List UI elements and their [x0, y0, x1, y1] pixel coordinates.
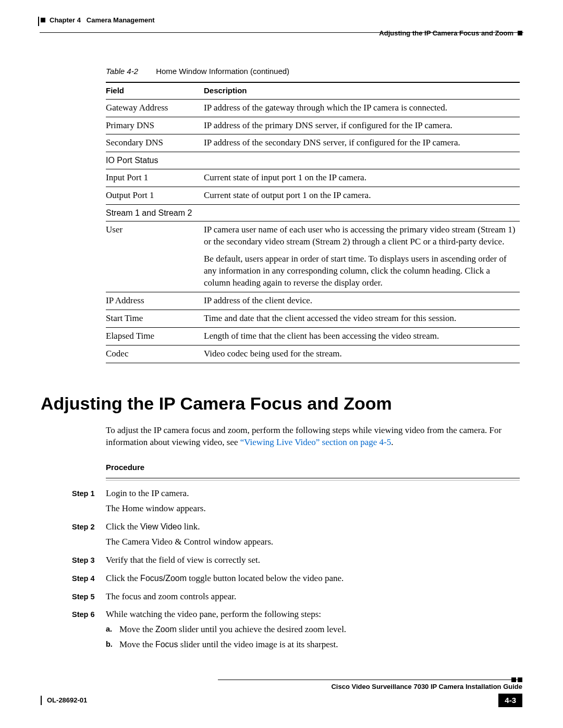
chapter-label: Chapter 4 [50, 16, 81, 25]
table-section-row: Stream 1 and Stream 2 [106, 204, 520, 221]
table-row: Gateway Address IP address of the gatewa… [106, 99, 520, 117]
chapter-title: Camera Management [87, 16, 155, 25]
table-row: Codec Video codec being used for the str… [106, 345, 520, 363]
square-icon [518, 31, 522, 35]
table-row: Elapsed Time Length of time that the cli… [106, 328, 520, 346]
table-caption: Table 4-2 Home Window Information (conti… [106, 66, 522, 77]
doc-id: OL-28692-01 [41, 696, 87, 705]
table-row: Start Time Time and date that the client… [106, 310, 520, 328]
substep-b: b. Move the Focus slider until the video… [106, 639, 520, 651]
substep-a: a. Move the Zoom slider until you achiev… [106, 624, 520, 636]
step-4: Step 4 Click the Focus/Zoom toggle butto… [72, 573, 520, 588]
step-5: Step 5 The focus and zoom controls appea… [72, 591, 520, 606]
ui-term-view-video: View Video [140, 522, 181, 531]
table-row: IP Address IP address of the client devi… [106, 292, 520, 310]
table-title: Home Window Information (continued) [156, 67, 289, 76]
table-row: Input Port 1 Current state of input port… [106, 169, 520, 187]
page-number: 4-3 [498, 694, 522, 707]
user-description-cell: IP camera user name of each user who is … [204, 221, 520, 292]
ui-term-focus-zoom: Focus/Zoom [140, 574, 187, 583]
running-header-left: Chapter 4 Camera Management [41, 16, 522, 25]
step-3: Step 3 Verify that the field of view is … [72, 554, 520, 570]
footer-squares-icon [511, 677, 522, 682]
procedure-rule [106, 478, 520, 480]
section-heading: Adjusting the IP Camera Focus and Zoom [41, 392, 522, 416]
step-2: Step 2 Click the View Video link. The Ca… [72, 521, 520, 551]
procedure-steps: Step 1 Login to the IP camera. The Home … [72, 488, 520, 654]
table-row: Secondary DNS IP address of the secondar… [106, 134, 520, 152]
header-rule [40, 32, 523, 33]
section-running-title: Adjusting the IP Camera Focus and Zoom [379, 29, 513, 38]
table-number: Table 4-2 [106, 67, 138, 76]
square-icon [41, 18, 45, 22]
col-description: Description [204, 82, 520, 99]
table-row: Primary DNS IP address of the primary DN… [106, 117, 520, 134]
table-row: Output Port 1 Current state of output po… [106, 187, 520, 204]
table-section-row: IO Port Status [106, 152, 520, 169]
procedure-label: Procedure [106, 462, 522, 473]
ui-term-zoom: Zoom [155, 625, 177, 634]
decorative-bar [41, 696, 42, 705]
step-1: Step 1 Login to the IP camera. The Home … [72, 488, 520, 518]
page-footer: Cisco Video Surveillance 7030 IP Camera … [41, 680, 522, 707]
cross-reference-link[interactable]: “Viewing Live Video” section on page 4-5 [240, 437, 391, 447]
col-field: Field [106, 82, 204, 99]
running-header-right: Adjusting the IP Camera Focus and Zoom [41, 29, 522, 38]
table-row: User IP camera user name of each user wh… [106, 221, 520, 292]
section-intro: To adjust the IP camera focus and zoom, … [106, 425, 510, 449]
home-window-info-table: Field Description Gateway Address IP add… [106, 82, 520, 363]
ui-term-focus: Focus [155, 640, 178, 649]
step-6: Step 6 While watching the video pane, pe… [72, 609, 520, 654]
guide-title: Cisco Video Surveillance 7030 IP Camera … [218, 680, 522, 692]
decorative-bar [38, 17, 39, 26]
